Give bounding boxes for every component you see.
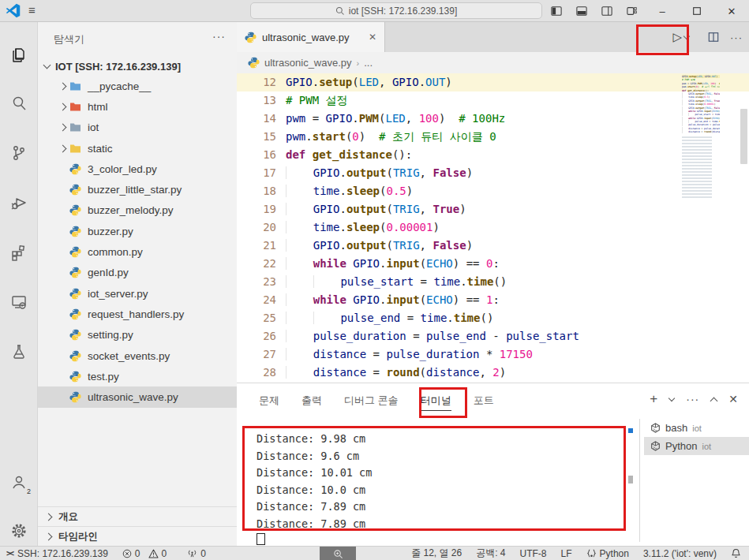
tree-item-html[interactable]: html [38, 96, 237, 117]
editor-more-icon[interactable]: ··· [730, 32, 743, 43]
split-editor-icon[interactable] [708, 32, 719, 43]
minimap[interactable]: GPIO.setup(LED, GPIO.OUT)# PWM 설정pwm = G… [682, 75, 720, 233]
settings-gear-icon[interactable] [0, 513, 37, 549]
panel-more-icon[interactable]: ··· [686, 393, 699, 405]
encoding[interactable]: UTF-8 [520, 548, 547, 559]
tree-item-buzzer_little_star.py[interactable]: buzzer_little_star.py [38, 179, 237, 200]
close-panel-icon[interactable]: ✕ [728, 393, 738, 405]
line-number[interactable]: 24 [237, 291, 276, 309]
tree-item-test.py[interactable]: test.py [38, 366, 237, 386]
maximize-panel-icon[interactable] [710, 397, 718, 405]
command-search-box[interactable]: iot [SSH: 172.16.239.139] [250, 2, 542, 19]
run-debug-icon[interactable] [0, 185, 37, 221]
tab-ultrasonic-wave[interactable]: ultrasonic_wave.py ✕ [237, 22, 385, 52]
terminal-dropdown-icon[interactable] [668, 394, 675, 401]
panel-tab-문제[interactable]: 문제 [248, 383, 290, 418]
explorer-icon[interactable] [0, 36, 37, 73]
editor-scrollbar[interactable] [740, 109, 747, 164]
terminal-entry-Python[interactable]: Pythoniot [644, 437, 749, 455]
line-number[interactable]: 27 [237, 345, 276, 364]
line-number[interactable]: 20 [237, 218, 276, 237]
terminal-entry-bash[interactable]: bashiot [644, 419, 749, 437]
remote-explorer-icon[interactable] [0, 284, 37, 320]
code-line-14[interactable]: 14pwm = GPIO.PWM(LED, 100) # 100Hz [237, 110, 749, 128]
line-number[interactable]: 12 [237, 73, 276, 91]
code-line-12[interactable]: 12GPIO.setup(LED, GPIO.OUT) [237, 73, 749, 91]
code-line-20[interactable]: 20 time.sleep(0.00001) [237, 218, 749, 237]
sidebar-more-icon[interactable]: ··· [212, 30, 226, 43]
tree-item-buzzer.py[interactable]: buzzer.py [38, 221, 237, 241]
tree-item-ultrasonic_wave.py[interactable]: ultrasonic_wave.py [38, 386, 237, 407]
code-line-27[interactable]: 27 distance = pulse_duration * 17150 [237, 345, 749, 364]
tree-item-buzzer_melody.py[interactable]: buzzer_melody.py [38, 200, 237, 221]
toggle-sidebar-icon[interactable] [544, 0, 569, 22]
line-number[interactable]: 17 [237, 164, 276, 182]
tree-item-3_color_led.py[interactable]: 3_color_led.py [38, 159, 237, 179]
outline-section[interactable]: 개요 [38, 506, 237, 526]
panel-tab-포트[interactable]: 포트 [463, 383, 505, 418]
code-line-15[interactable]: 15pwm.start(0) # 초기 듀티 사이클 0 [237, 128, 749, 146]
python-interpreter[interactable]: 3.11.2 ('iot': venv) [643, 548, 717, 559]
line-number[interactable]: 15 [237, 128, 276, 146]
toggle-panel-icon[interactable] [569, 0, 594, 22]
problems-indicator[interactable]: 0 0 [122, 548, 167, 559]
code-line-26[interactable]: 26 pulse_duration = pulse_end - pulse_st… [237, 327, 749, 345]
code-line-17[interactable]: 17 GPIO.output(TRIG, False) [237, 164, 749, 182]
tree-item-iot[interactable]: iot [38, 118, 237, 138]
tree-item-setting.py[interactable]: setting.py [38, 325, 237, 345]
tree-item-request_handlers.py[interactable]: request_handlers.py [38, 304, 237, 324]
new-terminal-icon[interactable]: + [650, 391, 657, 407]
panel-tab-디버그 콘솔[interactable]: 디버그 콘솔 [333, 383, 410, 418]
language-mode[interactable]: Python [586, 548, 629, 559]
timeline-section[interactable]: 타임라인 [38, 526, 237, 546]
line-number[interactable]: 13 [237, 91, 276, 110]
minimize-icon[interactable]: – [645, 0, 680, 22]
line-number[interactable]: 23 [237, 273, 276, 291]
maximize-icon[interactable] [680, 0, 714, 22]
line-number[interactable]: 21 [237, 237, 276, 255]
accounts-icon[interactable]: 2 [0, 464, 37, 500]
close-icon[interactable]: ✕ [714, 0, 749, 22]
notifications-bell-icon[interactable] [731, 548, 741, 558]
tree-root-folder[interactable]: IOT [SSH: 172.16.239.139] [38, 57, 237, 76]
code-line-28[interactable]: 28 distance = round(distance, 2) [237, 364, 749, 382]
testing-icon[interactable] [0, 334, 37, 370]
tree-item-static[interactable]: static [38, 138, 237, 159]
code-line-22[interactable]: 22 while GPIO.input(ECHO) == 0: [237, 255, 749, 273]
line-number[interactable]: 22 [237, 255, 276, 273]
ports-indicator[interactable]: 0 [187, 548, 206, 559]
code-line-18[interactable]: 18 time.sleep(0.5) [237, 182, 749, 200]
code-editor[interactable]: 12GPIO.setup(LED, GPIO.OUT)13# PWM 설정14p… [237, 73, 749, 383]
toggle-secondary-sidebar-icon[interactable] [594, 0, 620, 22]
code-line-23[interactable]: 23 pulse_start = time.time() [237, 273, 749, 291]
line-number[interactable]: 14 [237, 110, 276, 128]
customize-layout-icon[interactable] [620, 0, 645, 22]
tree-item-iot_server.py[interactable]: iot_server.py [38, 283, 237, 304]
search-icon[interactable] [0, 85, 37, 121]
tab-close-icon[interactable]: ✕ [369, 32, 376, 43]
code-line-19[interactable]: 19 GPIO.output(TRIG, True) [237, 200, 749, 218]
tree-item-__pycache__[interactable]: __pycache__ [38, 76, 237, 96]
tree-item-genId.py[interactable]: genId.py [38, 263, 237, 283]
breadcrumb[interactable]: ultrasonic_wave.py › ... [237, 52, 749, 73]
code-line-13[interactable]: 13# PWM 설정 [237, 91, 749, 110]
cursor-position[interactable]: 줄 12, 열 26 [411, 547, 462, 560]
line-number[interactable]: 19 [237, 200, 276, 218]
code-line-24[interactable]: 24 while GPIO.input(ECHO) == 1: [237, 291, 749, 309]
line-number[interactable]: 16 [237, 146, 276, 164]
tree-item-socket_events.py[interactable]: socket_events.py [38, 345, 237, 366]
extensions-icon[interactable] [0, 234, 37, 271]
code-line-21[interactable]: 21 GPIO.output(TRIG, False) [237, 237, 749, 255]
line-number[interactable]: 26 [237, 327, 276, 345]
tree-item-common.py[interactable]: common.py [38, 241, 237, 262]
menu-icon[interactable]: ≡ [28, 3, 36, 17]
eol[interactable]: LF [561, 548, 572, 559]
remote-indicator[interactable]: >< SSH: 172.16.239.139 [6, 548, 108, 559]
line-number[interactable]: 25 [237, 309, 276, 327]
line-number[interactable]: 18 [237, 182, 276, 200]
indentation[interactable]: 공백: 4 [476, 547, 505, 560]
code-line-25[interactable]: 25 pulse_end = time.time() [237, 309, 749, 327]
line-number[interactable]: 28 [237, 364, 276, 382]
panel-tab-출력[interactable]: 출력 [290, 383, 333, 418]
source-control-icon[interactable] [0, 135, 37, 171]
